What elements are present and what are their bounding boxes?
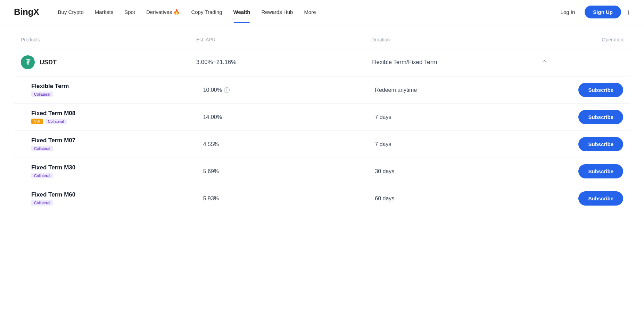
badge-collateral-flexible-term: Collateral — [31, 91, 53, 97]
main-content: Products Est. APR Duration Operation ₮ U… — [0, 24, 644, 219]
usdt-row[interactable]: ₮ USDT 3.00%~21.16% Flexible Term/Fixed … — [14, 48, 630, 77]
info-icon[interactable]: i — [224, 87, 230, 93]
usdt-duration: Flexible Term/Fixed Term ⌃ — [371, 59, 547, 66]
product-name-wrap-flexible-term: Flexible TermCollateral — [31, 83, 203, 97]
sub-operation-fixed-term-m30: Subscribe — [547, 164, 623, 178]
header-duration: Duration — [371, 37, 547, 42]
nav-item-rewards-hub[interactable]: Rewards Hub — [257, 6, 298, 18]
header-operation: Operation — [547, 37, 623, 42]
product-name-fixed-term-m30: Fixed Term M30 — [31, 164, 203, 171]
login-button[interactable]: Log In — [556, 6, 579, 18]
subscribe-button-fixed-term-m08[interactable]: Subscribe — [578, 110, 623, 124]
nav-item-spot[interactable]: Spot — [119, 6, 140, 18]
product-name-flexible-term: Flexible Term — [31, 83, 203, 90]
usdt-icon: ₮ — [21, 55, 35, 69]
nav-item-buy-crypto[interactable]: Buy Crypto — [53, 6, 89, 18]
sub-rows-container: Flexible TermCollateral10.00%iRedeem any… — [14, 77, 630, 212]
product-name-fixed-term-m07: Fixed Term M07 — [31, 137, 203, 144]
nav-item-wealth[interactable]: Wealth — [229, 6, 255, 18]
product-name-wrap-fixed-term-m07: Fixed Term M07Collateral — [31, 137, 203, 151]
subscribe-button-flexible-term[interactable]: Subscribe — [578, 83, 623, 97]
subscribe-button-fixed-term-m30[interactable]: Subscribe — [578, 164, 623, 178]
sub-apr-fixed-term-m07: 4.55% — [203, 141, 375, 147]
logo[interactable]: BingX — [14, 7, 39, 17]
sub-operation-fixed-term-m60: Subscribe — [547, 191, 623, 206]
product-name-wrap-fixed-term-m08: Fixed Term M08VIPCollateral — [31, 110, 203, 124]
header-products: Products — [21, 37, 196, 42]
main-nav: Buy Crypto Markets Spot Derivatives 🔥 Co… — [53, 6, 556, 18]
nav-item-copy-trading[interactable]: Copy Trading — [186, 6, 227, 18]
sub-duration-fixed-term-m30: 30 days — [375, 168, 547, 175]
badge-collateral-fixed-term-m08: Collateral — [45, 119, 67, 124]
sub-duration-fixed-term-m08: 7 days — [375, 114, 547, 120]
header-est-apr: Est. APR — [196, 37, 372, 42]
badge-collateral-fixed-term-m30: Collateral — [31, 173, 53, 178]
chevron-up-icon: ⌃ — [542, 59, 547, 66]
sub-apr-fixed-term-m08: 14.00% — [203, 114, 375, 120]
sub-row-fixed-term-m07: Fixed Term M07Collateral4.55%7 daysSubsc… — [14, 131, 630, 158]
badge-vip-fixed-term-m08: VIP — [31, 119, 43, 124]
sub-row-fixed-term-m60: Fixed Term M60Collateral5.93%60 daysSubs… — [14, 185, 630, 212]
sub-row-fixed-term-m08: Fixed Term M08VIPCollateral14.00%7 daysS… — [14, 104, 630, 131]
usdt-product-cell: ₮ USDT — [21, 55, 196, 69]
sub-row-fixed-term-m30: Fixed Term M30Collateral5.69%30 daysSubs… — [14, 158, 630, 185]
subscribe-button-fixed-term-m60[interactable]: Subscribe — [578, 191, 623, 206]
sub-operation-flexible-term: Subscribe — [547, 83, 623, 97]
usdt-apr: 3.00%~21.16% — [196, 59, 372, 66]
product-name-fixed-term-m08: Fixed Term M08 — [31, 110, 203, 117]
sub-operation-fixed-term-m08: Subscribe — [547, 110, 623, 124]
badge-collateral-fixed-term-m60: Collateral — [31, 200, 53, 206]
table-header: Products Est. APR Duration Operation — [14, 31, 630, 48]
sub-apr-flexible-term: 10.00%i — [203, 87, 375, 93]
product-name-wrap-fixed-term-m60: Fixed Term M60Collateral — [31, 191, 203, 206]
badge-collateral-fixed-term-m07: Collateral — [31, 146, 53, 151]
sub-row-flexible-term: Flexible TermCollateral10.00%iRedeem any… — [14, 77, 630, 104]
nav-item-more[interactable]: More — [299, 6, 321, 18]
nav-item-markets[interactable]: Markets — [90, 6, 118, 18]
signup-button[interactable]: Sign Up — [585, 6, 621, 18]
download-button[interactable]: ↓ — [627, 8, 630, 16]
product-name-fixed-term-m60: Fixed Term M60 — [31, 191, 203, 198]
sub-apr-fixed-term-m60: 5.93% — [203, 195, 375, 202]
header: BingX Buy Crypto Markets Spot Derivative… — [0, 0, 644, 24]
sub-apr-fixed-term-m30: 5.69% — [203, 168, 375, 175]
sub-operation-fixed-term-m07: Subscribe — [547, 137, 623, 151]
sub-duration-flexible-term: Redeem anytime — [375, 87, 547, 93]
subscribe-button-fixed-term-m07[interactable]: Subscribe — [578, 137, 623, 151]
sub-duration-fixed-term-m60: 60 days — [375, 195, 547, 202]
product-name-wrap-fixed-term-m30: Fixed Term M30Collateral — [31, 164, 203, 178]
usdt-name: USDT — [40, 59, 57, 66]
nav-item-derivatives[interactable]: Derivatives 🔥 — [141, 6, 185, 18]
header-actions: Log In Sign Up ↓ — [556, 6, 630, 18]
sub-duration-fixed-term-m07: 7 days — [375, 141, 547, 147]
